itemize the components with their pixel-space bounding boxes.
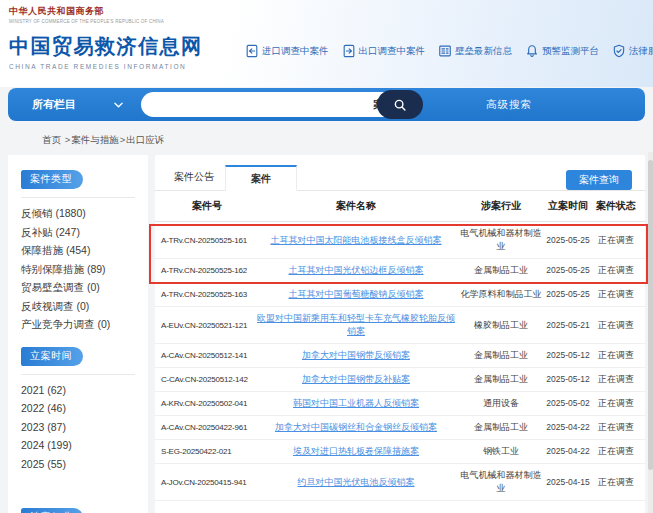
case-status: 正在调查 — [593, 288, 639, 301]
export-case-icon — [342, 44, 356, 58]
case-date: 2025-05-12 — [543, 373, 593, 386]
case-number: A-EUv.CN-20250521-121 — [161, 319, 253, 332]
case-number: C-CAv.CN-20250512-142 — [161, 373, 253, 386]
table-row: A-TRv.CN-20250525-161 土耳其对中国太阳能电池板接线盒反倾销… — [155, 222, 645, 259]
case-number: A-KRv.CN-20250502-041 — [161, 397, 253, 410]
site-logo[interactable]: 中国贸易救济信息网 CHINA TRADE REMEDIES INFORMATI… — [9, 33, 203, 70]
case-status: 正在调查 — [593, 264, 639, 277]
table-row: S-EG-20250422-021 埃及对进口热轧板卷保障措施案 钢铁工业 20… — [155, 440, 645, 464]
filter-year-2022[interactable]: 2022 (46) — [21, 399, 135, 418]
nav-export-cases[interactable]: 出口调查中案件 — [342, 44, 426, 58]
table-row: A-JOv.CN-20250415-941 约旦对中国光伏电池反倾销案 电气机械… — [155, 464, 645, 501]
category-dropdown[interactable]: 所有栏目 — [8, 97, 123, 112]
breadcrumb-separator: > — [65, 134, 71, 145]
table-row: A-CAv.CN-20250512-141 加拿大对中国钢带反倾销案 金属制品工… — [155, 344, 645, 368]
table-row: A-KRv.CN-20250502-041 韩国对中国工业机器人反倾销案 通用设… — [155, 392, 645, 416]
nav-import-cases[interactable]: 进口调查中案件 — [245, 44, 329, 58]
filter-special-safeguard[interactable]: 特别保障措施 (89) — [21, 260, 135, 279]
case-industry: 橡胶制品工业 — [459, 319, 543, 332]
page: 中华人民共和国商务部 MINISTRY OF COMMERCE OF THE P… — [0, 0, 653, 513]
sidebar-section-industry: 涉案行业 化学原料和制品工业 (491) — [8, 495, 148, 513]
tab-cases[interactable]: 案件 — [225, 165, 297, 191]
case-link[interactable]: 加拿大对中国碳钢丝和合金钢丝反倾销案 — [253, 421, 459, 434]
scrollbar-thumb[interactable] — [648, 160, 653, 470]
col-case-name: 案件名称 — [253, 199, 459, 213]
ministry-name: 中华人民共和国商务部 — [9, 5, 164, 18]
case-date: 2025-05-02 — [543, 397, 593, 410]
sidebar-section-title: 案件类型 — [21, 170, 83, 189]
filter-year-2021[interactable]: 2021 (62) — [21, 381, 135, 400]
case-number: A-TRv.CN-20250525-163 — [161, 288, 253, 301]
case-link[interactable]: 埃及对进口热轧板卷保障措施案 — [253, 445, 459, 458]
case-date: 2025-04-22 — [543, 445, 593, 458]
case-status: 正在调查 — [593, 397, 639, 410]
breadcrumb: 首页 >案件与措施>出口应诉 — [42, 134, 164, 147]
filter-trade-barrier[interactable]: 贸易壁垒调查 (0) — [21, 278, 135, 297]
case-industry: 金属制品工业 — [459, 264, 543, 277]
case-panel: 案件公告 案件 案件查询 案件号 案件名称 涉案行业 立案时间 案件状态 A-T… — [155, 155, 645, 513]
table-row: A-CAv.CN-20250422-961 加拿大对中国碳钢丝和合金钢丝反倾销案… — [155, 416, 645, 440]
case-date: 2025-05-25 — [543, 234, 593, 247]
site-title[interactable]: 中国贸易救济信息网 — [9, 33, 203, 60]
panel-header: 案件公告 案件 案件查询 — [155, 155, 645, 191]
site-title-en: CHINA TRADE REMEDIES INFORMATION — [9, 63, 203, 70]
filter-industry-competitiveness[interactable]: 产业竞争力调查 (0) — [21, 315, 135, 334]
breadcrumb-home[interactable]: 首页 — [42, 134, 61, 145]
nav-label: 法律服务平台 — [629, 45, 653, 58]
case-link[interactable]: 土耳其对中国光伏铝边框反倾销案 — [253, 264, 459, 277]
site-header: 中华人民共和国商务部 MINISTRY OF COMMERCE OF THE P… — [0, 0, 653, 87]
case-number: A-TRv.CN-20250525-161 — [161, 234, 253, 247]
case-link[interactable]: 约旦对中国光伏电池反倾销案 — [253, 476, 459, 489]
legal-shield-icon — [612, 44, 626, 58]
nav-label: 壁垒最新信息 — [455, 45, 512, 58]
search-bar: 所有栏目 案件 高级搜索 — [8, 88, 645, 121]
case-date: 2025-05-12 — [543, 349, 593, 362]
breadcrumb-separator: > — [120, 134, 126, 145]
filter-year-2023[interactable]: 2023 (87) — [21, 418, 135, 437]
breadcrumb-export-response[interactable]: 出口应诉 — [126, 134, 164, 145]
filter-antidumping[interactable]: 反倾销 (1880) — [21, 204, 135, 223]
search-button[interactable] — [377, 90, 423, 119]
table-row: C-CAv.CN-20250512-142 加拿大对中国钢带反补贴案 金属制品工… — [155, 368, 645, 392]
filter-antidiscrimination[interactable]: 反歧视调查 (0) — [21, 297, 135, 316]
top-nav: 进口调查中案件 出口调查中案件 壁垒最新信息 预警监测平台 法律服务平台 — [245, 44, 653, 58]
nav-label: 出口调查中案件 — [359, 45, 426, 58]
case-industry: 钢铁工业 — [459, 445, 543, 458]
tab-case-announcements[interactable]: 案件公告 — [163, 164, 225, 190]
case-status: 正在调查 — [593, 319, 639, 332]
filter-antisubsidy[interactable]: 反补贴 (247) — [21, 223, 135, 242]
case-link[interactable]: 土耳其对中国葡萄糖酸钠反倾销案 — [253, 288, 459, 301]
case-date: 2025-04-15 — [543, 476, 593, 489]
filter-year-2024[interactable]: 2024 (199) — [21, 436, 135, 455]
breadcrumb-cases-measures[interactable]: 案件与措施 — [71, 134, 119, 145]
advanced-search-link[interactable]: 高级搜索 — [486, 88, 532, 121]
filter-year-2025[interactable]: 2025 (55) — [21, 455, 135, 474]
nav-alert-platform[interactable]: 预警监测平台 — [525, 44, 599, 58]
category-dropdown-value: 所有栏目 — [32, 97, 76, 112]
chevron-down-icon — [114, 102, 123, 108]
search-input[interactable] — [153, 94, 373, 115]
table-row: A-EUv.CN-20250521-121 欧盟对中国新乘用车和轻型卡车充气橡胶… — [155, 307, 645, 344]
scrollbar-track[interactable] — [648, 152, 653, 513]
barrier-news-icon — [438, 44, 452, 58]
case-date: 2025-04-22 — [543, 421, 593, 434]
col-filing-date: 立案时间 — [543, 199, 593, 213]
case-link[interactable]: 韩国对中国工业机器人反倾销案 — [253, 397, 459, 410]
case-link[interactable]: 土耳其对中国太阳能电池板接线盒反倾销案 — [253, 234, 459, 247]
case-number: S-EG-20250422-021 — [161, 445, 253, 458]
filter-safeguard[interactable]: 保障措施 (454) — [21, 241, 135, 260]
col-industry: 涉案行业 — [459, 199, 543, 213]
case-status: 正在调查 — [593, 234, 639, 247]
case-query-button[interactable]: 案件查询 — [566, 170, 632, 190]
nav-barrier-news[interactable]: 壁垒最新信息 — [438, 44, 512, 58]
nav-label: 预警监测平台 — [542, 45, 599, 58]
import-case-icon — [245, 44, 259, 58]
nav-legal-platform[interactable]: 法律服务平台 — [612, 44, 653, 58]
case-number: A-CAv.CN-20250422-961 — [161, 421, 253, 434]
case-link[interactable]: 加拿大对中国钢带反补贴案 — [253, 373, 459, 386]
case-link[interactable]: 加拿大对中国钢带反倾销案 — [253, 349, 459, 362]
sidebar-section-title: 立案时间 — [21, 347, 83, 366]
case-link[interactable]: 欧盟对中国新乘用车和轻型卡车充气橡胶轮胎反倾销案 — [253, 312, 459, 338]
case-status: 正在调查 — [593, 373, 639, 386]
case-status: 正在调查 — [593, 349, 639, 362]
